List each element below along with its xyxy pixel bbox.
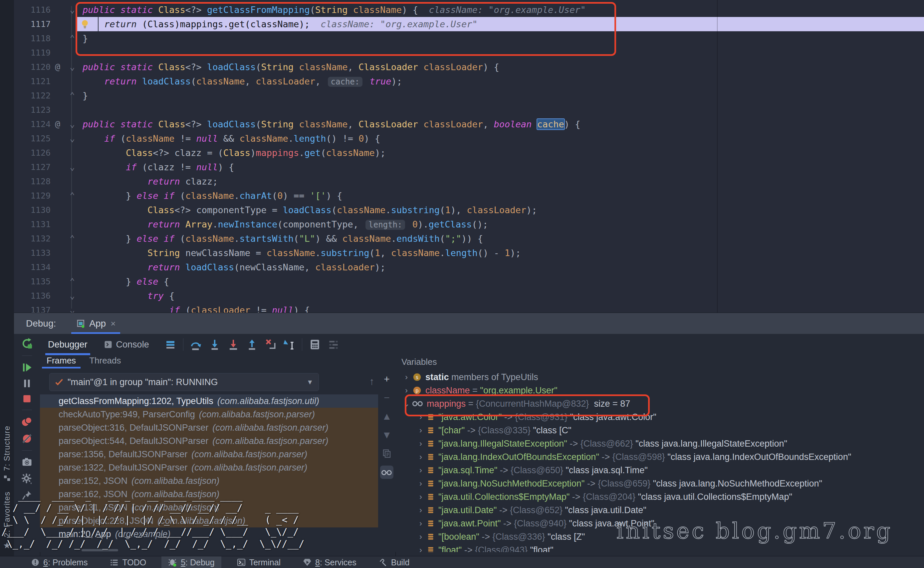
- variable-row[interactable]: ›sstatic members of TypeUtils: [401, 370, 538, 384]
- fold-marker[interactable]: ⌃: [65, 231, 80, 246]
- field-icon: [426, 466, 435, 474]
- tab-console[interactable]: Console: [95, 334, 157, 355]
- fold-marker: [65, 203, 80, 217]
- fold-marker[interactable]: ⌃: [65, 274, 80, 289]
- step-over-button[interactable]: [187, 337, 205, 352]
- show-watches-icon[interactable]: [380, 465, 394, 479]
- fold-marker[interactable]: ⌄: [65, 117, 80, 131]
- code-line-1120: 1120@⌄public static Class<?> loadClass(S…: [14, 60, 924, 74]
- statusbar-item-todo[interactable]: TODO: [103, 556, 153, 568]
- step-into-button[interactable]: [205, 337, 224, 352]
- statusbar-item-problems[interactable]: 6: Problems: [24, 556, 94, 568]
- fold-marker: [65, 103, 80, 117]
- watermark-text: initsec blog.gm7.org: [617, 518, 893, 544]
- code-editor[interactable]: 1116⌄public static Class<?> getClassFrom…: [14, 0, 924, 313]
- drop-frame-button[interactable]: [261, 337, 280, 352]
- layout-settings-button[interactable]: [324, 337, 343, 352]
- frame-row[interactable]: parse:1322, DefaultJSONParser(com.alibab…: [40, 461, 378, 474]
- move-watch-down-icon[interactable]: ▼: [380, 428, 394, 442]
- statusbar-item-debug[interactable]: 5: Debug: [161, 556, 221, 568]
- svg-text:s: s: [415, 374, 419, 381]
- line-number: 1116: [14, 3, 51, 17]
- annotation-marker: [51, 103, 65, 117]
- fold-marker[interactable]: ⌃: [65, 31, 80, 45]
- fold-marker[interactable]: ⌄: [65, 289, 80, 303]
- variable-row[interactable]: ›"java.lang.IndexOutOfBoundsException" -…: [415, 450, 851, 464]
- frame-row[interactable]: parseObject:544, DefaultJSONParser(com.a…: [40, 434, 378, 448]
- tab-threads[interactable]: Threads: [83, 355, 127, 369]
- field-icon: [426, 479, 435, 488]
- variable-row[interactable]: ›"float" -> {Class@943} "float": [415, 543, 553, 552]
- drop-frame-icon: [264, 338, 277, 351]
- run-to-cursor-button[interactable]: [280, 337, 298, 352]
- variable-row[interactable]: ›"java.lang.NoSuchMethodException" -> {C…: [415, 477, 822, 490]
- statusbar-item-terminal[interactable]: Terminal: [230, 556, 287, 568]
- variable-row[interactable]: ›"java.util.Collections$EmptyMap" -> {Cl…: [415, 490, 792, 503]
- line-number: 1136: [14, 289, 51, 303]
- tool-window-bar: 7: Structure 2: Favorites ★: [0, 0, 14, 556]
- variable-row[interactable]: ›"java.lang.IllegalStateException" -> {C…: [415, 437, 787, 450]
- frame-up-icon[interactable]: ↑: [366, 376, 377, 387]
- fold-marker[interactable]: ⌄: [65, 131, 80, 146]
- fold-marker[interactable]: ⌄: [65, 160, 80, 174]
- variable-row[interactable]: ›"java.sql.Time" -> {Class@650} "class j…: [415, 464, 648, 477]
- settings-icon[interactable]: [21, 473, 33, 485]
- debug-session-tab-app[interactable]: App ×: [71, 313, 120, 334]
- force-step-into-button[interactable]: [224, 337, 242, 352]
- show-execution-point-button[interactable]: [161, 337, 180, 352]
- tab-debugger[interactable]: Debugger: [40, 334, 95, 355]
- code-line-1127: 1127⌄ if (clazz != null) {: [14, 160, 924, 174]
- fold-marker[interactable]: ⌄: [65, 303, 80, 313]
- lightbulb-icon[interactable]: [80, 19, 90, 29]
- annotation-marker: @: [51, 60, 65, 74]
- fold-marker[interactable]: ⌃: [65, 88, 80, 103]
- evaluate-expression-button[interactable]: [306, 337, 324, 352]
- add-watch-icon[interactable]: +: [380, 372, 394, 386]
- annotation-marker: [51, 246, 65, 260]
- line-number: 1125: [14, 131, 51, 146]
- statusbar-item-services[interactable]: 8: Services: [296, 556, 363, 568]
- step-out-button[interactable]: [242, 337, 261, 352]
- fold-marker: [65, 260, 80, 274]
- statusbar-item-build[interactable]: Build: [372, 556, 417, 568]
- thread-selector[interactable]: "main"@1 in group "main": RUNNING ▼: [49, 373, 319, 391]
- duplicate-watch-icon[interactable]: [380, 447, 394, 460]
- code-line-1131: 1131 return Array.newInstance(componentT…: [14, 217, 924, 231]
- code-text: Class<?> clazz = (Class)mappings.get(cla…: [80, 146, 385, 160]
- code-text: } else {: [80, 274, 169, 289]
- code-text: return loadClass(className, classLoader,…: [80, 74, 402, 88]
- fold-marker[interactable]: ⌃: [65, 189, 80, 203]
- code-line-1136: 1136⌄ try {: [14, 289, 924, 303]
- line-number: 1126: [14, 146, 51, 160]
- tab-frames[interactable]: Frames: [40, 355, 83, 369]
- code-text: if (clazz != null) {: [80, 160, 234, 174]
- view-breakpoints-icon[interactable]: [21, 416, 33, 428]
- rerun-icon[interactable]: [21, 337, 33, 350]
- frame-row[interactable]: getClassFromMapping:1202, TypeUtils(com.…: [40, 394, 378, 408]
- close-icon[interactable]: ×: [111, 319, 115, 329]
- resume-icon[interactable]: [21, 361, 33, 373]
- variable-row[interactable]: ›"[char" -> {Class@335} "class [C": [415, 424, 571, 437]
- tab-threads-label: Threads: [89, 355, 121, 366]
- thread-dump-icon[interactable]: [21, 456, 33, 468]
- show-watches-icon: [381, 467, 392, 478]
- line-number: 1129: [14, 189, 51, 203]
- pause-icon[interactable]: [21, 378, 33, 389]
- stop-icon[interactable]: [22, 393, 32, 404]
- frame-row[interactable]: parse:1356, DefaultJSONParser(com.alibab…: [40, 448, 378, 461]
- frame-row[interactable]: parse:152, JSON(com.alibaba.fastjson): [40, 474, 378, 488]
- field-icon: [426, 506, 435, 514]
- frame-row[interactable]: checkAutoType:949, ParserConfig(com.alib…: [40, 408, 378, 421]
- variable-row[interactable]: ›pclassName = "org.example.User": [401, 384, 557, 397]
- variable-row[interactable]: ›"java.awt.Color" -> {Class@931} "class …: [415, 410, 656, 424]
- frame-row[interactable]: parseObject:316, DefaultJSONParser(com.a…: [40, 421, 378, 434]
- mute-breakpoints-icon[interactable]: [21, 433, 33, 445]
- fold-marker[interactable]: ⌄: [65, 3, 80, 17]
- variable-row[interactable]: ⌄mappings = {ConcurrentHashMap@832} size…: [401, 397, 630, 410]
- fold-marker[interactable]: ⌄: [65, 60, 80, 74]
- sidebar-item-structure[interactable]: 7: Structure: [0, 426, 14, 482]
- remove-watch-icon[interactable]: −: [380, 391, 394, 404]
- variable-row[interactable]: ›"[boolean" -> {Class@336} "class [Z": [415, 530, 585, 543]
- variable-row[interactable]: ›"java.util.Date" -> {Class@652} "class …: [415, 503, 647, 517]
- move-watch-up-icon[interactable]: ▲: [380, 410, 394, 423]
